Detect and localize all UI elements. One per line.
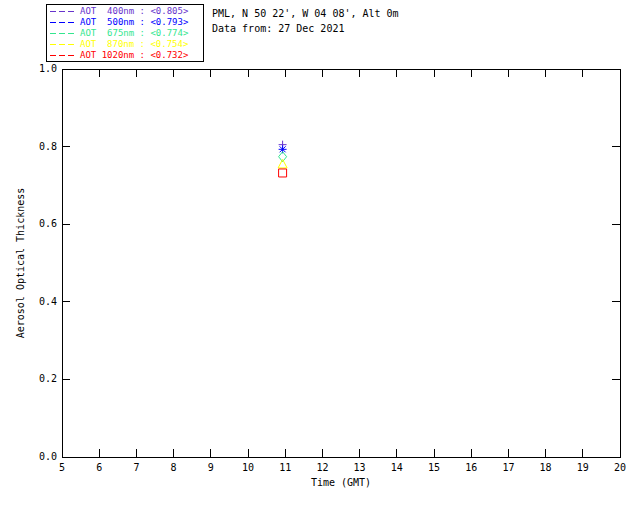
x-tick-label: 5 — [59, 462, 65, 473]
x-tick-label: 17 — [502, 462, 514, 473]
x-axis-title: Time (GMT) — [311, 477, 371, 488]
x-tick-label: 9 — [208, 462, 214, 473]
legend-entry: AOT 1020nm : <0.732> — [50, 50, 203, 61]
y-tick-label: 0.2 — [39, 373, 57, 384]
marker-triangle-aot-870nm — [278, 159, 287, 168]
x-tick-label: 15 — [428, 462, 440, 473]
marker-square-aot-1020nm — [279, 169, 287, 177]
y-tick-label: 0.0 — [39, 451, 57, 462]
x-tick-label: 6 — [96, 462, 102, 473]
x-tick-label: 12 — [316, 462, 328, 473]
x-tick-label: 10 — [242, 462, 254, 473]
legend-dashed-line-sample — [50, 42, 76, 47]
x-tick-label: 20 — [614, 462, 626, 473]
y-tick-label: 0.6 — [39, 218, 57, 229]
legend-entry: AOT 400nm : <0.805> — [50, 6, 203, 17]
legend-entry-label: AOT 400nm : <0.805> — [80, 6, 188, 17]
x-tick-label: 16 — [465, 462, 477, 473]
legend-entry-label: AOT 500nm : <0.793> — [80, 17, 188, 28]
x-tick-label: 18 — [540, 462, 552, 473]
plot-box — [62, 69, 620, 457]
legend-entry-label: AOT 675nm : <0.774> — [80, 28, 188, 39]
legend-box: AOT 400nm : <0.805>AOT 500nm : <0.793>AO… — [46, 4, 204, 62]
x-tick-label: 7 — [133, 462, 139, 473]
plot-window: AOT 400nm : <0.805>AOT 500nm : <0.793>AO… — [0, 0, 640, 512]
y-tick-label: 0.8 — [39, 141, 57, 152]
aot-scatter-chart: 5678910111213141516171819200.00.20.40.60… — [0, 0, 640, 512]
legend-entry-label: AOT 870nm : <0.754> — [80, 39, 188, 50]
x-tick-label: 14 — [391, 462, 403, 473]
legend-dashed-line-sample — [50, 31, 76, 36]
x-tick-label: 11 — [279, 462, 291, 473]
y-axis-title: Aerosol Optical Thickness — [15, 188, 26, 339]
legend-entry: AOT 500nm : <0.793> — [50, 17, 203, 28]
x-tick-label: 13 — [354, 462, 366, 473]
x-tick-label: 8 — [171, 462, 177, 473]
legend-dashed-line-sample — [50, 53, 76, 58]
y-tick-label: 1.0 — [39, 63, 57, 74]
legend-entry: AOT 870nm : <0.754> — [50, 39, 203, 50]
legend-entry: AOT 675nm : <0.774> — [50, 28, 203, 39]
y-tick-label: 0.4 — [39, 296, 57, 307]
legend-entry-label: AOT 1020nm : <0.732> — [80, 50, 188, 61]
x-tick-label: 19 — [577, 462, 589, 473]
legend-dashed-line-sample — [50, 20, 76, 25]
legend-dashed-line-sample — [50, 9, 76, 14]
